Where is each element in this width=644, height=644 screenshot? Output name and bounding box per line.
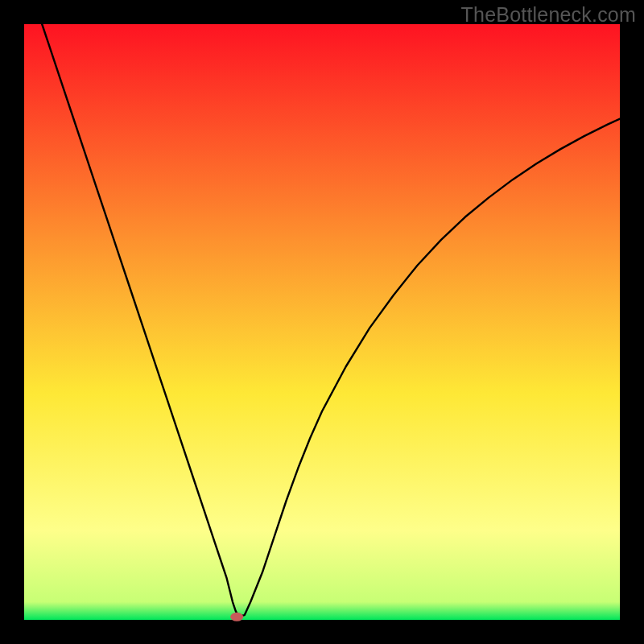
watermark-text: TheBottleneck.com: [461, 3, 636, 27]
chart-frame: TheBottleneck.com: [0, 0, 644, 644]
optimum-marker: [230, 613, 243, 621]
plot-background: [24, 24, 620, 620]
bottleneck-plot: [0, 0, 644, 644]
